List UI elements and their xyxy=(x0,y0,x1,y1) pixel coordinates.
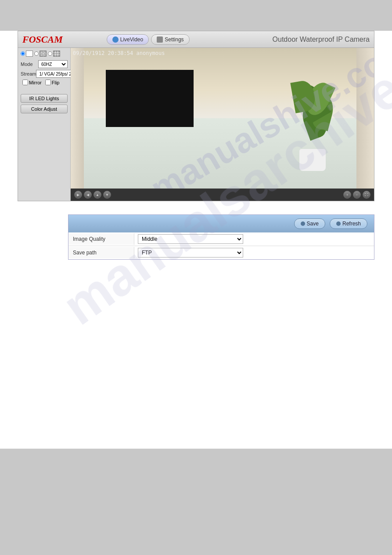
video-feed: 09/20/1912 20:38:54 anonymous xyxy=(71,48,374,201)
camera-body: Mode 60HZ Stream 1/ VGA/ 25fps/ 2M xyxy=(18,48,374,201)
view-multi-icon xyxy=(53,51,60,57)
curtain-right xyxy=(356,48,374,189)
plant xyxy=(286,83,339,171)
video-controls-bottom: ▶ ◀ ▲ ▼ + − ⛶ xyxy=(71,189,374,201)
save-path-label: Save path xyxy=(68,247,134,258)
color-adjust-button[interactable]: Color Adjust xyxy=(21,105,68,113)
tab-live-video-label: LiveVideo xyxy=(120,36,144,43)
refresh-label: Refresh xyxy=(342,221,361,227)
flip-label[interactable]: Flip xyxy=(45,80,60,85)
ir-led-button[interactable]: IR LED Lights xyxy=(21,94,68,103)
bottom-bar xyxy=(0,449,392,490)
ctrl-btn-3[interactable]: ▲ xyxy=(94,191,101,199)
settings-header: Save Refresh xyxy=(68,215,374,232)
camera-ui: FOSCAM LiveVideo Settings Outdoor Waterp… xyxy=(18,31,374,201)
nav-tabs: LiveVideo Settings xyxy=(107,34,190,45)
settings-body: Image Quality Low Middle High Save path … xyxy=(68,232,374,259)
mode-label: Mode xyxy=(21,62,38,67)
mirror-text: Mirror xyxy=(29,80,42,85)
mirror-flip-row: Mirror Flip xyxy=(21,80,68,85)
left-panel: Mode 60HZ Stream 1/ VGA/ 25fps/ 2M xyxy=(18,48,71,201)
camera-image: manualshive.com xyxy=(71,48,374,189)
refresh-button[interactable]: Refresh xyxy=(330,218,367,229)
mirror-label[interactable]: Mirror xyxy=(22,80,42,85)
btn-panel: IR LED Lights Color Adjust xyxy=(21,94,68,113)
save-button[interactable]: Save xyxy=(294,218,325,229)
view-single-icon xyxy=(26,51,33,57)
camera-header: FOSCAM LiveVideo Settings Outdoor Waterp… xyxy=(18,31,374,48)
view-single-radio[interactable] xyxy=(21,51,25,56)
view-quad-radio[interactable] xyxy=(34,51,39,56)
save-path-row: Save path FTP SD Card Local xyxy=(68,246,374,259)
plant-leaves xyxy=(291,85,334,151)
mode-select[interactable]: 60HZ xyxy=(38,60,68,68)
image-quality-row: Image Quality Low Middle High xyxy=(68,232,374,246)
mode-control: Mode 60HZ xyxy=(21,60,68,68)
top-bar xyxy=(0,0,392,31)
ctrl-btn-zoom-out[interactable]: − xyxy=(353,191,361,199)
ctrl-btn-2[interactable]: ◀ xyxy=(84,191,92,199)
camera-title: Outdoor Waterproof IP Camera xyxy=(273,36,370,44)
ctrl-btn-4[interactable]: ▼ xyxy=(103,191,111,199)
extra-space xyxy=(0,273,392,449)
save-path-value: FTP SD Card Local xyxy=(134,246,374,259)
tab-live-video[interactable]: LiveVideo xyxy=(107,34,149,45)
flip-text: Flip xyxy=(52,80,60,85)
main-content: FOSCAM LiveVideo Settings Outdoor Waterp… xyxy=(0,31,392,449)
view-single[interactable] xyxy=(21,51,33,57)
tab-settings[interactable]: Settings xyxy=(151,34,189,45)
save-icon xyxy=(301,221,305,226)
view-quad-icon xyxy=(40,51,47,57)
ctrl-btn-fullscreen[interactable]: ⛶ xyxy=(363,191,370,199)
save-label: Save xyxy=(307,221,319,227)
view-icons xyxy=(21,51,68,57)
view-quad[interactable] xyxy=(34,51,47,57)
video-overlay: 09/20/1912 20:38:54 anonymous xyxy=(71,48,374,189)
gear-icon xyxy=(157,36,163,43)
video-timestamp: 09/20/1912 20:38:54 anonymous xyxy=(73,50,165,56)
ctrl-btns-left: ▶ ◀ ▲ ▼ xyxy=(74,191,111,199)
stream-label: Stream xyxy=(21,71,36,76)
black-rect xyxy=(106,70,194,127)
tab-settings-label: Settings xyxy=(165,36,183,43)
image-quality-select[interactable]: Low Middle High xyxy=(138,234,243,244)
ctrl-btns-right: + − ⛶ xyxy=(343,191,370,199)
foscam-logo: FOSCAM xyxy=(22,34,63,45)
camera-icon xyxy=(112,36,119,43)
ctrl-btn-zoom-in[interactable]: + xyxy=(343,191,351,199)
view-multi[interactable] xyxy=(48,51,60,57)
settings-section: Save Refresh Image Quality Low Middle Hi… xyxy=(68,214,374,260)
refresh-icon xyxy=(336,221,341,226)
mirror-checkbox[interactable] xyxy=(22,80,28,85)
save-path-select[interactable]: FTP SD Card Local xyxy=(138,248,243,258)
image-quality-label: Image Quality xyxy=(68,233,134,245)
curtain-left xyxy=(71,48,84,189)
image-quality-value: Low Middle High xyxy=(134,232,374,246)
ctrl-btn-1[interactable]: ▶ xyxy=(74,191,82,199)
stream-control: Stream 1/ VGA/ 25fps/ 2M xyxy=(21,70,68,78)
plant-pot xyxy=(299,149,326,171)
view-multi-radio[interactable] xyxy=(48,51,52,56)
flip-checkbox[interactable] xyxy=(45,80,51,85)
